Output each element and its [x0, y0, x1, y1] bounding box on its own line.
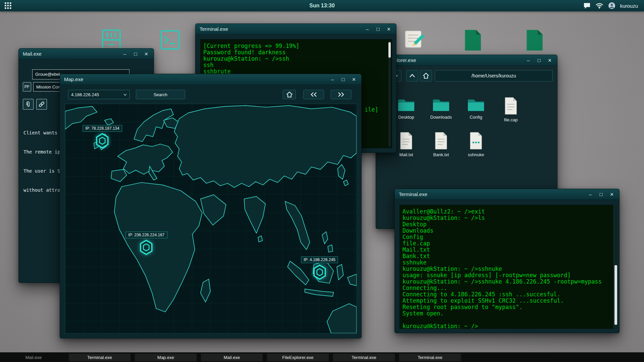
- minimize-button[interactable]: –: [587, 189, 594, 199]
- terminal-titlebar[interactable]: Terminal.exe – □ ×: [395, 189, 619, 200]
- close-button[interactable]: ×: [546, 55, 553, 65]
- window-title: Terminal.exe: [200, 26, 228, 32]
- terminal-line: kurouzu@kStation: ~ />ls: [402, 215, 613, 221]
- scrollbar-thumb[interactable]: [614, 265, 617, 325]
- desktop-icon-terminal[interactable]: [159, 29, 181, 52]
- terminal-output[interactable]: Avaller@Bullz2: ~ />exit kurouzu@kStatio…: [399, 205, 613, 329]
- explorer-home-button[interactable]: [420, 70, 432, 81]
- scrollbar-thumb[interactable]: [388, 42, 391, 58]
- terminal-line: Desktop: [402, 221, 613, 228]
- map-search-combobox[interactable]: 4.186.226.245: [68, 90, 130, 99]
- terminal-line: Bank.txt: [402, 253, 613, 259]
- taskbar-item-mail-2[interactable]: Mail.exe: [201, 354, 263, 361]
- explorer-up-button[interactable]: [406, 70, 418, 81]
- chevron-down-icon: [123, 94, 127, 96]
- maximize-button[interactable]: □: [132, 49, 139, 59]
- hexagon-node-icon: [312, 264, 327, 280]
- home-icon: [286, 91, 293, 98]
- map-home-button[interactable]: [283, 90, 296, 99]
- file-icon: [399, 132, 414, 150]
- taskbar-item-terminal-2[interactable]: Terminal.exe: [333, 354, 395, 361]
- map-back-button[interactable]: [303, 90, 324, 99]
- terminal-line: kurouzu@kStation: ~ />sshnuke: [402, 266, 613, 272]
- ip-marker-label: IP: 78.228.187.134: [83, 125, 122, 132]
- document-icon: [464, 29, 482, 52]
- taskbar-item-terminal-1[interactable]: Terminal.exe: [69, 354, 130, 361]
- taskbar-item-fileexplorer[interactable]: FileExplorer.exe: [267, 354, 329, 361]
- file-label: Bank.txt: [433, 152, 449, 157]
- executable-file-icon: [469, 132, 483, 150]
- terminal-line: System open.: [402, 310, 613, 317]
- map-search-value: 4.186.226.245: [71, 92, 123, 97]
- explorer-item-downloads[interactable]: Downloads: [424, 95, 459, 129]
- folder-icon: [467, 97, 485, 112]
- taskbar-item-mail[interactable]: Mail.exe: [3, 354, 64, 361]
- terminal-scrollbar[interactable]: [614, 205, 617, 329]
- ip-marker[interactable]: [95, 133, 110, 149]
- explorer-file-grid: Desktop Downloads Config file.cap: [389, 95, 528, 164]
- world-map[interactable]: IP: 78.228.187.134 IP: 236.226.224.167 I…: [65, 104, 357, 334]
- close-button[interactable]: ×: [143, 49, 150, 59]
- maximize-button[interactable]: □: [375, 24, 381, 34]
- window-title: Mail.exe: [23, 51, 42, 57]
- terminal-line: file.cap: [402, 240, 613, 247]
- double-chevron-left-icon: [309, 92, 318, 98]
- taskbar: Mail.exe Terminal.exe Map.exe Mail.exe F…: [0, 352, 644, 362]
- desktop-icon-document-2[interactable]: [526, 29, 543, 53]
- mail-pf-button[interactable]: PF: [23, 82, 31, 92]
- taskbar-item-map[interactable]: Map.exe: [135, 354, 197, 361]
- terminal-icon: [159, 29, 181, 51]
- map-search-button[interactable]: Search: [136, 90, 185, 99]
- map-forward-button[interactable]: [331, 90, 352, 99]
- file-label: Desktop: [398, 115, 414, 120]
- mail-titlebar[interactable]: Mail.exe – □ ×: [19, 49, 154, 59]
- paperclip-icon: [25, 101, 32, 108]
- mail-link-button[interactable]: [36, 99, 47, 110]
- mail-attach-button[interactable]: [23, 99, 34, 110]
- terminal-line: Attempting to exploit SSHv1 CRC32 ...suc…: [402, 298, 613, 304]
- cabinet-icon: [101, 29, 122, 51]
- explorer-titlebar[interactable]: FileExplorer.exe – □ ×: [376, 55, 557, 66]
- minimize-button[interactable]: –: [329, 74, 336, 84]
- file-label: file.cap: [504, 117, 518, 122]
- terminal-bottom-window: Terminal.exe – □ × Avaller@Bullz2: ~ />e…: [394, 189, 620, 333]
- maximize-button[interactable]: □: [340, 74, 346, 84]
- terminal-line: [Current progress => 99.19%]: [203, 43, 392, 49]
- terminal-line: [402, 317, 613, 323]
- map-titlebar[interactable]: Map.exe – □ ×: [60, 74, 361, 85]
- notes-pencil-icon: [404, 29, 425, 50]
- desktop-icon-document-1[interactable]: [464, 29, 482, 53]
- hexagon-node-icon: [95, 133, 110, 149]
- ip-marker[interactable]: [139, 239, 154, 255]
- ip-marker-label: IP: 4.186.226.245: [301, 256, 338, 263]
- close-button[interactable]: ×: [351, 74, 357, 84]
- clock: Sun 13:30: [0, 3, 644, 9]
- maximize-button[interactable]: □: [598, 189, 604, 199]
- map-window: Map.exe – □ × 4.186.226.245 Search: [60, 74, 362, 339]
- terminal-line: usage: ssnuke [ip address] [-rootpw=new …: [402, 272, 613, 279]
- desktop-icon-notes[interactable]: [404, 29, 425, 51]
- terminal-line: Downloads: [402, 228, 613, 234]
- explorer-item-config[interactable]: Config: [459, 95, 493, 129]
- ip-marker[interactable]: [312, 264, 327, 280]
- explorer-item-banktxt[interactable]: Bank.txt: [424, 129, 459, 164]
- terminal-line: Mail.txt: [402, 247, 613, 253]
- minimize-button[interactable]: –: [525, 55, 532, 65]
- explorer-item-filecap[interactable]: file.cap: [493, 95, 528, 129]
- double-chevron-right-icon: [337, 92, 345, 98]
- terminal-scrollbar[interactable]: [388, 41, 391, 146]
- explorer-path-field[interactable]: /home/Users/kurouzu: [435, 70, 553, 81]
- close-button[interactable]: ×: [385, 24, 392, 34]
- terminal-titlebar[interactable]: Terminal.exe – □ ×: [196, 24, 396, 35]
- maximize-button[interactable]: □: [536, 55, 542, 65]
- file-label: Mail.txt: [399, 152, 413, 157]
- terminal-line: Password found! darkness: [203, 49, 392, 56]
- taskbar-item-terminal-3[interactable]: Terminal.exe: [399, 354, 461, 361]
- minimize-button[interactable]: –: [121, 49, 128, 59]
- close-button[interactable]: ×: [608, 189, 615, 199]
- explorer-item-sshnuke[interactable]: sshnuke: [459, 129, 493, 164]
- minimize-button[interactable]: –: [364, 24, 371, 34]
- hexagon-node-icon: [139, 239, 154, 255]
- terminal-line: Config: [402, 234, 613, 240]
- terminal-line: ssh: [203, 62, 392, 68]
